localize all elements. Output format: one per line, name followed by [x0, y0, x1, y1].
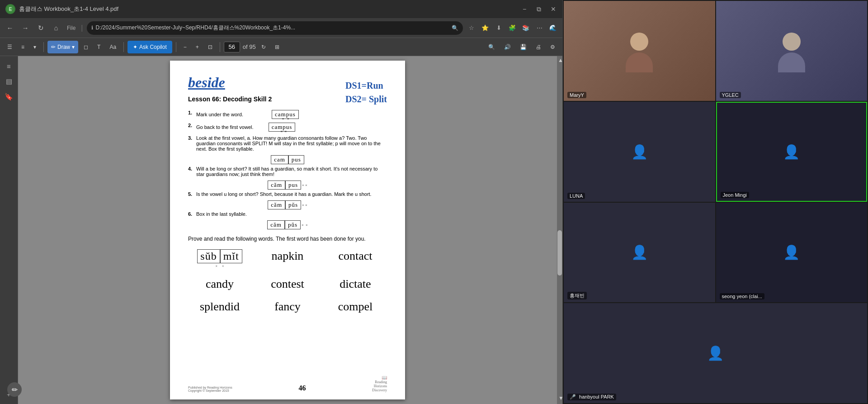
window-title: 홈클래스 Workbook_초1-4 Level 4.pdf — [19, 5, 118, 13]
info-icon: ℹ — [91, 25, 93, 31]
maximize-button[interactable]: ⧉ — [535, 5, 542, 13]
participant-tile-seongyeon: 👤 seong yeon (clai... — [716, 203, 868, 303]
refresh-button[interactable]: ↻ — [34, 22, 47, 34]
back-button[interactable]: ← — [4, 22, 16, 34]
zoom-out-button[interactable]: − — [180, 41, 190, 53]
step-5: 5. Is the vowel u long or short? Short, … — [188, 191, 387, 197]
find-icon: 🔍 — [488, 44, 495, 50]
nav-action-icons: ☆ ⭐ ⬇ 🧩 📚 ⋯ 🌊 — [466, 22, 559, 34]
word-list: sŭbmĭt × × napkin contact candy — [188, 249, 387, 314]
two-page-icon: ⊞ — [275, 44, 279, 50]
separator-4 — [220, 42, 220, 52]
total-pages-label: of 95 — [243, 43, 256, 50]
extensions-button[interactable]: 🧩 — [506, 22, 518, 34]
favorites-button[interactable]: ⭐ — [479, 22, 491, 34]
find-button[interactable]: 🔍 — [485, 41, 499, 53]
notes-icon: ≡ — [21, 44, 24, 50]
ds-labels: DS1=Run DS2= Split — [345, 79, 387, 106]
minimize-button[interactable]: − — [521, 5, 528, 13]
beside-word: beside — [188, 74, 225, 91]
reading-horizons-logo: 📖ReadingHorizonsDiscovery — [372, 375, 387, 392]
two-page-button[interactable]: ⊞ — [271, 41, 283, 53]
erase-button[interactable]: ◻ — [80, 41, 92, 53]
download-button[interactable]: ⬇ — [493, 22, 505, 34]
hanbyoul-mic-icon: 🎤 — [570, 394, 576, 399]
read-aloud-icon: 🔊 — [504, 44, 511, 50]
browser-window: E 홈클래스 Workbook_초1-4 Level 4.pdf − ⧉ ✕ ←… — [0, 0, 563, 404]
notes-button[interactable]: ≡ — [18, 41, 28, 53]
step-6: 6. Box in the last syllable. — [188, 211, 387, 217]
pdf-main: beside Lesson 66: Decoding Skill 2 DS1=R… — [18, 56, 557, 404]
participant-name-hongjaebin: 홍재빈 — [567, 292, 587, 299]
close-button[interactable]: ✕ — [550, 5, 557, 13]
sidebar-toggle-icon: ☰ — [7, 44, 12, 50]
scroll-thumb[interactable] — [557, 230, 562, 276]
word-submit: sŭbmĭt × × — [188, 249, 251, 268]
ds1-label: DS1=Run — [345, 79, 387, 92]
sidebar-thumbnail-button[interactable]: ▤ — [3, 75, 15, 88]
bookmark-button[interactable]: ☆ — [466, 22, 477, 34]
address-bar[interactable]: ℹ D:/2024/Summer%20Semester-July~Sep/RHD… — [87, 21, 463, 35]
page-number-input[interactable] — [224, 42, 240, 52]
separator-2 — [123, 42, 124, 52]
step-1: 1. Mark under the word. campus × × — [188, 110, 387, 119]
forward-button[interactable]: → — [19, 22, 32, 34]
save-button[interactable]: 💾 — [516, 41, 530, 53]
lesson-title: Lesson 66: Decoding Skill 2 — [188, 95, 272, 103]
hanbyoul-avatar-icon: 👤 — [707, 345, 724, 361]
participant-tile-yglec: YGLEC — [716, 1, 868, 101]
word-candy: candy — [188, 277, 251, 291]
settings-button[interactable]: ⚙ — [547, 41, 559, 53]
participant-name-mary: MaryY — [567, 92, 586, 98]
word-napkin: napkin — [256, 249, 319, 268]
app-icon: E — [5, 4, 15, 14]
participants-panel: MaryY YGLEC 👤 LUNA 👤 Jeon Mingi 👤 홍재빈 👤 … — [563, 0, 868, 404]
search-icon: 🔍 — [452, 25, 458, 31]
pdf-content-wrapper: beside Lesson 66: Decoding Skill 2 DS1=R… — [18, 56, 562, 404]
eraser-icon: ◻ — [84, 44, 88, 50]
word-fancy: fancy — [256, 300, 319, 314]
text-icon: T — [97, 44, 100, 50]
step-2: 2. Go back to the first vowel. campus × … — [188, 123, 387, 132]
text-tool-button[interactable]: T — [94, 41, 104, 53]
rotate-button[interactable]: ↻ — [258, 41, 269, 53]
fit-page-button[interactable]: ⊡ — [204, 41, 216, 53]
content-area: ≡ ▤ 🔖 + beside Lesson 66: Decoding Skill… — [0, 56, 562, 404]
scroll-down-arrow[interactable]: ▼ — [557, 394, 562, 402]
scroll-up-arrow[interactable]: ▲ — [557, 56, 562, 64]
rotate-icon: ↻ — [261, 44, 266, 50]
zoom-in-button[interactable]: + — [192, 41, 203, 53]
step-4: 4. Will a be long or short? It still has… — [188, 166, 387, 177]
save-icon: 💾 — [520, 44, 527, 50]
ask-copilot-button[interactable]: ✦ Ask Copilot — [127, 41, 172, 53]
sidebar-nav-button[interactable]: ≡ — [3, 60, 15, 72]
more-button[interactable]: ⋯ — [533, 22, 545, 34]
draw-icon: ✏ — [51, 44, 56, 50]
sidebar-bookmark-button[interactable]: 🔖 — [3, 90, 15, 103]
participant-name-yglec: YGLEC — [720, 92, 741, 98]
steps-section: 1. Mark under the word. campus × × 2. — [188, 110, 387, 229]
separator-3 — [176, 42, 176, 52]
notes-dropdown-button[interactable]: ▾ — [30, 41, 40, 53]
aa-label: Aa — [109, 44, 116, 50]
print-button[interactable]: 🖨 — [532, 41, 545, 53]
edit-fab-button[interactable]: ✏ — [7, 382, 22, 397]
read-aloud-button[interactable]: 🔊 — [500, 41, 514, 53]
ds2-label: DS2= Split — [345, 92, 387, 106]
navigation-bar: ← → ↻ ⌂ File | ℹ D:/2024/Summer%20Semest… — [0, 18, 562, 38]
campus-word-6: căm — [267, 220, 285, 229]
favorites-collections-button[interactable]: 📚 — [520, 22, 532, 34]
step-3: 3. Look at the first vowel, a. How many … — [188, 135, 387, 152]
page-footer: Published by Reading Horizons Copyright … — [170, 375, 405, 392]
participant-tile-hanbyoul: 👤 🎤 hanbyoul PARK — [564, 303, 867, 403]
pdf-scrollbar[interactable]: ▲ ▼ — [557, 56, 562, 404]
print-icon: 🖨 — [536, 44, 541, 50]
toggle-sidebar-button[interactable]: ☰ — [4, 41, 16, 53]
home-button[interactable]: ⌂ — [50, 22, 62, 34]
pdf-toolbar: ☰ ≡ ▾ ✏ Draw ▾ ◻ T Aa ✦ Ask Copilot − + … — [0, 38, 562, 56]
draw-button[interactable]: ✏ Draw ▾ — [47, 41, 78, 53]
participant-name-jeonmingi: Jeon Mingi — [721, 192, 749, 198]
file-label: File — [67, 25, 75, 31]
font-size-button[interactable]: Aa — [106, 41, 120, 53]
edge-copilot-button[interactable]: 🌊 — [547, 22, 559, 34]
